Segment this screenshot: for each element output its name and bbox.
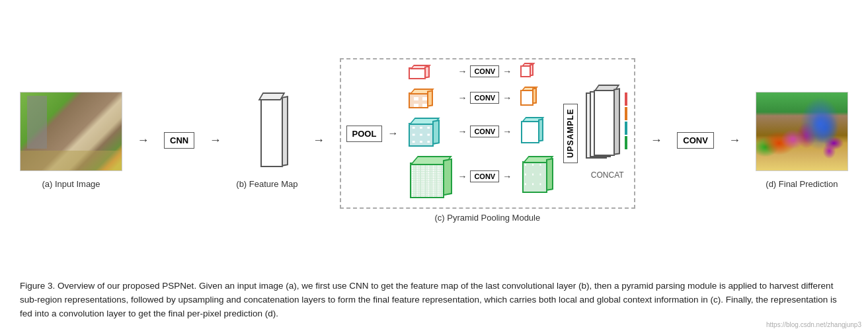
caption-text: Figure 3. Overview of our proposed PSPNe… [20,281,837,318]
concat-label: CONCAT [591,170,624,180]
conv-row-3: → CONV → [457,115,512,148]
block-2x2-front [409,92,428,108]
ppm-section: POOL → [340,58,636,223]
upsample-section: UPSAMPLE [563,104,578,163]
color-line-teal [625,122,627,135]
conv-row-2: → CONV → [457,86,512,110]
block-6x6-side [443,159,452,196]
conv-box-1: CONV [470,65,499,77]
arr3b: → [502,126,512,137]
arrow-pool-out: → [387,128,398,139]
final-conv-box: CONV [677,132,714,149]
arr2: → [457,92,467,103]
arrow-to-cnn: → [136,133,151,147]
out-3x3-front [521,121,539,143]
diagram-area: (a) Input Image → CNN → (b) Feature Map … [13,7,855,274]
feature-map-label: (b) Feature Map [236,179,297,189]
pool-row-2x2 [403,89,452,112]
ppm-container: POOL → [340,58,636,209]
output-blocks [517,62,555,200]
pool-row-1x1 [403,65,452,83]
color-line-orange [625,107,627,120]
arr4: → [457,171,467,182]
final-prediction-section: (d) Final Prediction [756,92,848,189]
conv-box-4: CONV [470,170,499,182]
arr3: → [457,126,467,137]
out-2x2-side [532,87,537,104]
final-label: (d) Final Prediction [766,179,838,189]
arrow-right-icon-3: → [313,133,325,147]
arrow-right-icon-4: → [651,133,662,147]
pool-row-6x6 [403,156,452,202]
main-container: (a) Input Image → CNN → (b) Feature Map … [0,0,868,331]
out-6x6-side [546,158,553,191]
arrow-to-pool: → [311,133,327,147]
feature-side [282,96,288,166]
out-3x3-side [538,118,543,141]
input-image-section: (a) Input Image [20,92,122,189]
conv-box-3: CONV [470,126,499,137]
out-1x1-side [530,64,533,77]
pool-blocks [403,65,452,202]
arrow-after-ppm: → [649,133,664,147]
conv-row-1: → CONV → [457,62,512,81]
block-3x3-side [432,120,440,145]
out-row-2 [517,86,555,110]
conv-box-2: CONV [470,92,499,104]
arr2b: → [502,92,512,103]
pool-box: POOL [346,126,383,142]
feature-front [260,98,283,167]
out-row-3 [517,115,555,148]
color-line-green [625,136,627,149]
final-prediction-image [756,92,848,171]
concat-section: CONCAT [586,87,629,180]
concat-side [613,88,620,155]
arrow-right-icon-2: → [210,133,221,147]
concat-layer-3 [594,90,615,156]
arrow-right-icon: → [138,133,149,147]
color-line-red [625,92,627,106]
block-1x1-side [424,65,430,78]
block-3x3-front [409,123,434,147]
out-row-4 [517,153,555,200]
concat-block [586,87,629,165]
pool-column: POOL [346,126,383,142]
out-row-1 [517,62,555,81]
conv-row-4: → CONV → [457,153,512,200]
arr1: → [457,66,467,77]
arrow-right-icon-5: → [729,133,740,147]
conv-column: → CONV → → CONV → → CONV → [457,62,512,200]
input-photo [20,92,122,171]
caption-area: Figure 3. Overview of our proposed PSPNe… [13,274,855,324]
upsample-box: UPSAMPLE [563,104,578,163]
cnn-box: CNN [164,132,194,149]
arrow-after-cnn: → [208,133,223,147]
watermark: https://blog.csdn.net/zhangjunp3 [766,321,861,328]
ppm-label: (c) Pyramid Pooling Module [435,213,541,223]
arr1b: → [502,66,512,77]
feature-map-section: (b) Feature Map [236,92,297,189]
arrow-to-final: → [727,133,742,147]
arr4b: → [502,171,512,182]
pool-row-3x3 [403,118,452,151]
out-6x6-front [522,161,547,193]
block-2x2-side [427,90,433,107]
block-6x6-front [410,163,444,198]
input-label: (a) Input Image [42,179,100,189]
